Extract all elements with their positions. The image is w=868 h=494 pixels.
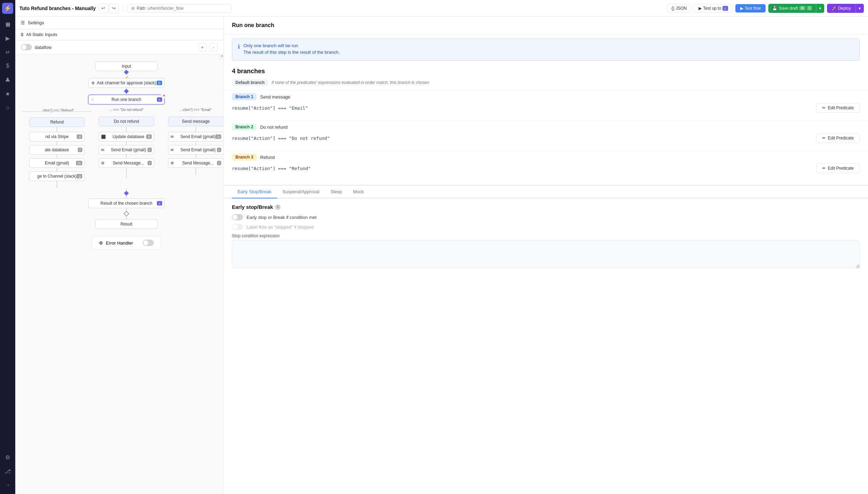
error-handler-label: Error Handler: [106, 240, 133, 246]
sidebar-item-settings[interactable]: ⚙: [1, 451, 14, 463]
info-box: ℹ Only one branch will be run The result…: [232, 39, 860, 61]
content-area: ☰ Settings $ All Static Inputs dataflow …: [15, 17, 868, 494]
email-icon-3: ✉: [170, 135, 174, 139]
zoom-out-button[interactable]: -: [209, 43, 218, 51]
email-node-1[interactable]: Email (gmail) m: [29, 158, 85, 168]
ask-channel-node[interactable]: ⚙ Ask channel for approval (slack) b: [88, 78, 165, 88]
db-icon: ⬛: [101, 135, 106, 139]
branch-pred-3: ...ction"] === "Email": [180, 108, 212, 112]
update-db-node[interactable]: ⬛ Update database h: [99, 132, 154, 142]
deploy-caret[interactable]: ▾: [856, 4, 864, 13]
branch-headers: ✕ ...ction"] === "Refund" Refund: [22, 107, 223, 127]
do-not-refund-header-node[interactable]: Do not refund: [99, 117, 154, 126]
bottom-tabs: Early Stop/Break Suspend/Approval Sleep …: [224, 185, 868, 275]
email-icon-3b: ✉: [170, 148, 174, 152]
sidebar-item-users[interactable]: [1, 74, 14, 86]
close-node-btn[interactable]: ✕: [161, 92, 167, 99]
test-flow-label: Test flow: [745, 6, 761, 11]
tab-sleep[interactable]: Sleep: [325, 186, 348, 198]
tab-mock[interactable]: Mock: [348, 186, 369, 198]
slack-node-3[interactable]: ⚙ Send Message... i: [168, 158, 223, 168]
predicate-row-1: resume["Action"] === "Email" ✏ Edit Pred…: [232, 102, 860, 116]
stop-condition-label: Stop condition expression: [232, 233, 860, 238]
run-branch-label: Run one branch: [111, 97, 141, 102]
zoom-in-button[interactable]: +: [198, 43, 207, 51]
send-message-header-node[interactable]: Send message: [168, 117, 223, 126]
sidebar-item-git[interactable]: ⎇: [1, 465, 14, 477]
predicate-code-1: resume["Action"] === "Email": [232, 103, 308, 113]
path-label: Path: [137, 6, 145, 11]
save-draft-caret[interactable]: ▾: [816, 4, 824, 13]
edit-predicate-btn-3[interactable]: ✏ Edit Predicate: [816, 163, 860, 173]
connector-1: ⚡: [124, 71, 130, 78]
sidebar-item-dollar[interactable]: $: [1, 60, 14, 72]
run-branch-node[interactable]: ⑃ Run one branch c ✕: [88, 95, 165, 104]
edit-predicate-btn-2[interactable]: ✏ Edit Predicate: [816, 133, 860, 143]
save-kbd-s: S: [807, 6, 812, 10]
test-flow-button[interactable]: ▶ Test flow: [735, 4, 766, 12]
path-bar[interactable]: ⊘ Path u/henri/fancier_flow: [127, 4, 232, 12]
branch-col-3: ✕ ...ction"] === "Email" Send message: [161, 107, 223, 127]
sidebar-item-star[interactable]: ★: [1, 87, 14, 100]
topbar-divider: [123, 5, 123, 12]
branch-name-2: Do not refund: [260, 125, 287, 130]
default-branch-note: If none of the predicates' expressions e…: [272, 80, 429, 85]
flow-canvas[interactable]: Input ⚡ ⚙: [15, 54, 223, 494]
sidebar-item-play[interactable]: ▶: [1, 32, 14, 44]
sidebar-item-flows[interactable]: ⇄: [1, 46, 14, 58]
sidebar-item-dashboard[interactable]: ⊞: [1, 18, 14, 31]
sidebar-item-expand[interactable]: →: [1, 479, 14, 491]
left-panel: ☰ Settings $ All Static Inputs dataflow …: [15, 17, 224, 494]
branch-nodes-col-1: nd via Stripe d ate database f Email (gm…: [22, 127, 92, 188]
branch-name-3: Refund: [260, 155, 275, 160]
error-handler-toggle[interactable]: [143, 240, 154, 246]
branch-close-3[interactable]: ✕: [219, 54, 223, 59]
test-up-button[interactable]: ▶ Test up to c: [694, 4, 733, 13]
redo-button[interactable]: ↪: [109, 3, 119, 13]
save-draft-button[interactable]: 💾 Save draft ⌘ S: [768, 4, 816, 13]
default-branch-row: Default branch If none of the predicates…: [224, 76, 868, 89]
stripe-node[interactable]: nd via Stripe d: [29, 132, 85, 142]
dataflow-toggle[interactable]: [21, 44, 32, 50]
slack-node-1[interactable]: ge to Channel (slack) g: [29, 171, 85, 181]
database-node-1[interactable]: ate database f: [29, 145, 85, 155]
sidebar: ⚡ ⊞ ▶ ⇄ $ ★ ⌂ ⚙ ⎇ →: [0, 0, 15, 494]
all-static-label: All Static Inputs: [26, 32, 57, 37]
json-button[interactable]: {} JSON: [667, 4, 691, 13]
app-logo[interactable]: ⚡: [2, 3, 13, 14]
branch-section-3: Branch 3 Refund resume["Action"] === "Re…: [224, 151, 868, 179]
branch-pred-1: ...ction"] === "Refund": [40, 109, 74, 112]
branch-nodes-col-3: ✉ Send Email (gmail) o ✉ Send Email (gma…: [161, 127, 223, 188]
early-stop-toggle[interactable]: [232, 214, 243, 220]
early-stop-info-icon[interactable]: i: [275, 204, 281, 210]
branch-badge-1: Branch 1: [232, 93, 257, 100]
refund-header-node[interactable]: Refund: [29, 117, 85, 127]
ask-badge: b: [157, 81, 162, 85]
branch-pred-2: ... === "Do not refund": [109, 108, 143, 112]
branch-row-2: Branch 2 Do not refund: [232, 124, 860, 130]
main-container: Tuto Refund branches - Manually ↩ ↪ ⊘ Pa…: [15, 0, 868, 494]
email-icon-2: ✉: [101, 148, 104, 152]
send-email-node-2[interactable]: ✉ Send Email (gmail) i: [99, 145, 154, 155]
branch-col-2: ✕ ... === "Do not refund" Do not refund: [92, 107, 161, 127]
result-node[interactable]: Result: [95, 219, 158, 229]
info-icon: ℹ: [238, 43, 240, 56]
sidebar-item-home[interactable]: ⌂: [1, 101, 14, 114]
edit-predicate-btn-1[interactable]: ✏ Edit Predicate: [816, 103, 860, 113]
all-static-bar[interactable]: $ All Static Inputs: [15, 29, 223, 40]
branch-section-1: Branch 1 Send message resume["Action"] =…: [224, 90, 868, 119]
edit-icon-1: ✏: [822, 105, 826, 110]
undo-button[interactable]: ↩: [99, 3, 108, 13]
json-icon: {}: [671, 6, 674, 11]
result-chosen-node[interactable]: Result of the chosen branch c: [88, 198, 165, 208]
skipped-toggle: [232, 224, 243, 230]
flow-title: Tuto Refund branches - Manually: [19, 6, 96, 11]
deploy-button[interactable]: 🚀 Deploy: [827, 4, 856, 13]
tab-suspend[interactable]: Suspend/Approval: [277, 186, 325, 198]
send-email-node-3b[interactable]: ✉ Send Email (gmail) i: [168, 145, 223, 155]
send-email-node-3[interactable]: ✉ Send Email (gmail) o: [168, 132, 223, 142]
tab-early-stop[interactable]: Early Stop/Break: [232, 186, 277, 198]
stop-condition-input[interactable]: [232, 240, 860, 268]
deploy-label: Deploy: [838, 6, 851, 11]
slack-node-2[interactable]: ⚙ Send Message... j: [99, 158, 154, 168]
